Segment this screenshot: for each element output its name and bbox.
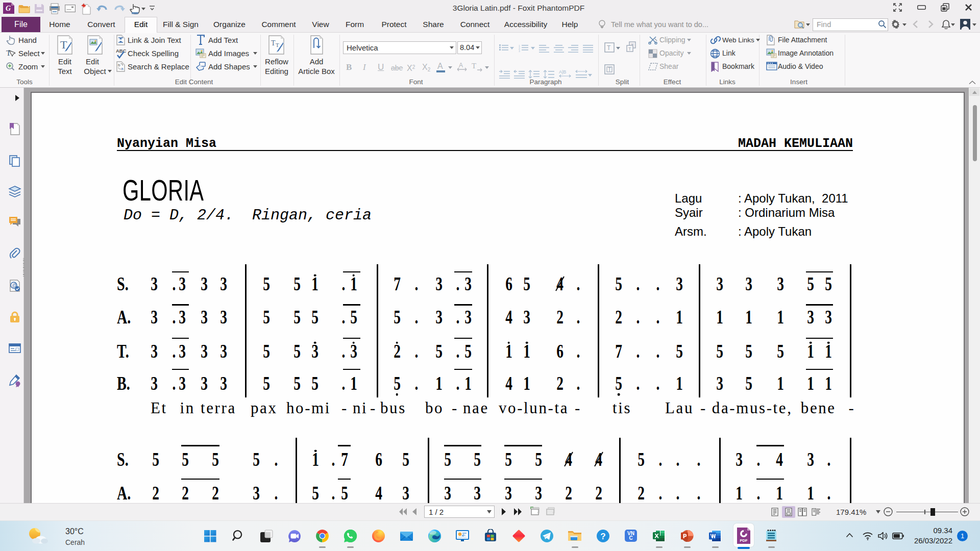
svg-text:?: ? — [600, 531, 605, 541]
svg-text:T: T — [271, 39, 276, 47]
svg-text:T: T — [628, 46, 631, 52]
svg-text:T: T — [472, 62, 476, 70]
svg-text:T: T — [6, 49, 11, 57]
svg-text:T: T — [607, 44, 611, 52]
svg-text:T: T — [276, 42, 279, 48]
svg-text:T: T — [608, 67, 611, 72]
svg-text:G: G — [6, 5, 11, 12]
svg-text:A|B: A|B — [559, 69, 566, 74]
svg-text:a: a — [121, 66, 124, 71]
svg-text:ABC: ABC — [116, 48, 126, 54]
svg-text:b: b — [118, 63, 120, 67]
svg-text:PDF: PDF — [740, 538, 748, 543]
svg-text:A: A — [459, 62, 463, 69]
svg-text:3: 3 — [519, 49, 520, 53]
svg-text:C: C — [629, 535, 632, 541]
